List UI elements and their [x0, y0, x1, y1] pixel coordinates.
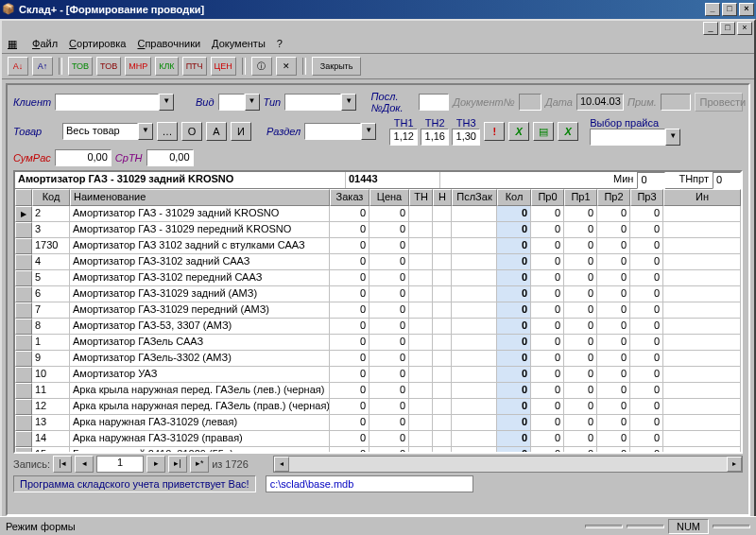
col-kod[interactable]: Код	[32, 189, 70, 206]
table-row[interactable]: 5Амортизатор ГАЗ-3102 передний СААЗ00000…	[15, 270, 741, 286]
table-row[interactable]: 14Арка наружная ГАЗ-31029 (правая)000000…	[15, 431, 741, 447]
record-navigator: Запись: |◂ ◂ 1 ▸ ▸| ▸* из 1726 ◂▸	[13, 456, 743, 473]
tov2-button[interactable]: ТОВ	[96, 57, 121, 76]
table-row[interactable]: 6Амортизатор ГАЗ-31029 задний (АМЗ)00000…	[15, 286, 741, 302]
razdel-combo[interactable]: ▼	[304, 123, 376, 140]
nav-label: Запись:	[13, 458, 50, 470]
table-row[interactable]: 3Амортизатор ГАЗ - 31029 передний KROSNO…	[15, 222, 741, 238]
posldok-field[interactable]	[419, 94, 449, 111]
col-pr3[interactable]: Пр3	[630, 189, 663, 206]
provesti-button[interactable]: Провести	[695, 93, 743, 112]
table-row[interactable]: 8Амортизатор ГАЗ-53, 3307 (АМЗ)0000000	[15, 319, 741, 335]
grid-selected-name: Амортизатор ГАЗ - 31029 задний KROSNO	[15, 172, 346, 188]
table-row[interactable]: 10Амортизатор УАЗ0000000	[15, 367, 741, 383]
tn3-label: ТН3	[452, 117, 480, 129]
minimize-button[interactable]: _	[705, 3, 720, 16]
excl-button[interactable]: !	[484, 122, 505, 141]
sumras-field[interactable]: 0,00	[55, 149, 112, 166]
vid-combo[interactable]: ▼	[218, 94, 260, 111]
table-row[interactable]: 1Амортизатор ГАЗель СААЗ0000000	[15, 335, 741, 351]
menu-file[interactable]: Файл	[32, 38, 58, 51]
mdi-maximize-button[interactable]: □	[720, 22, 735, 35]
col-kol[interactable]: Кол	[497, 189, 531, 206]
nav-next-button[interactable]: ▸	[146, 456, 165, 473]
chevron-down-icon[interactable]: ▼	[361, 123, 376, 140]
ptch-button[interactable]: ПТЧ	[182, 57, 207, 76]
date-label: Дата	[545, 96, 573, 108]
price-combo[interactable]: ▼	[590, 129, 680, 146]
grid-body[interactable]: 2Амортизатор ГАЗ - 31029 задний KROSNO00…	[15, 206, 741, 454]
menu-help[interactable]: ?	[277, 38, 283, 51]
col-pr0[interactable]: Пр0	[531, 189, 564, 206]
tnprt-field[interactable]: 0	[713, 172, 741, 189]
tov1-button[interactable]: ТОВ	[68, 57, 93, 76]
chevron-down-icon[interactable]: ▼	[245, 94, 260, 111]
client-combo[interactable]: ▼	[55, 94, 174, 111]
tn2-field[interactable]: 1,16	[421, 129, 449, 146]
menu-ref[interactable]: Справочники	[137, 38, 200, 51]
nav-first-button[interactable]: |◂	[53, 456, 72, 473]
menu-docs[interactable]: Документы	[212, 38, 266, 51]
table-row[interactable]: 9Амортизатор ГАЗель-3302 (АМЗ)0000000	[15, 351, 741, 367]
docno-field	[519, 94, 541, 111]
srtn-field[interactable]: 0,00	[146, 149, 194, 166]
close-form-button[interactable]: Закрыть	[312, 57, 362, 76]
info-button[interactable]: ⓘ	[251, 57, 272, 76]
table-row[interactable]: 7Амортизатор ГАЗ-31029 передний (АМЗ)000…	[15, 302, 741, 319]
min-field[interactable]: 0	[637, 172, 665, 189]
col-cena[interactable]: Цена	[369, 189, 409, 206]
table-row[interactable]: 11Арка крыла наружная перед. ГАЗель (лев…	[15, 383, 741, 399]
tovar-i-button[interactable]: И	[231, 122, 251, 141]
chevron-down-icon[interactable]: ▼	[138, 123, 153, 140]
sort-desc-button[interactable]: A↑	[32, 57, 53, 76]
titlebar: 📦 Склад+ - [Формирование проводки] _ □ ×	[0, 0, 756, 19]
tn2-label: ТН2	[421, 117, 449, 129]
col-pr1[interactable]: Пр1	[564, 189, 597, 206]
table-row[interactable]: 15Бак топливный 2410, 31029 (55л)0000000	[15, 447, 741, 454]
menu-sort[interactable]: Сортировка	[69, 38, 126, 51]
mnr-button[interactable]: МНР	[125, 57, 151, 76]
klk-button[interactable]: КЛК	[155, 57, 178, 76]
table-row[interactable]: 1730Амортизатор ГАЗ 3102 задний с втулка…	[15, 238, 741, 254]
chevron-down-icon[interactable]: ▼	[341, 94, 356, 111]
x-button[interactable]: ✕	[276, 57, 297, 76]
cen-button[interactable]: ЦЕН	[211, 57, 236, 76]
col-zakaz[interactable]: Заказ	[330, 189, 369, 206]
maximize-button[interactable]: □	[722, 3, 737, 16]
sheet-button[interactable]: ▤	[533, 122, 554, 141]
col-pslzak[interactable]: ПслЗак	[452, 189, 497, 206]
tovar-a-button[interactable]: А	[206, 122, 227, 141]
prim-label: Прим.	[627, 96, 657, 108]
tn1-field[interactable]: 1,12	[389, 129, 418, 146]
sort-asc-button[interactable]: A↓	[8, 57, 28, 76]
tip-combo[interactable]: ▼	[284, 94, 356, 111]
mdi-minimize-button[interactable]: _	[703, 22, 718, 35]
close-button[interactable]: ×	[739, 3, 754, 16]
nav-new-button[interactable]: ▸*	[190, 456, 209, 473]
h-scrollbar[interactable]: ◂▸	[273, 456, 743, 473]
col-tn[interactable]: ТН	[409, 189, 433, 206]
col-in[interactable]: Ин	[663, 189, 741, 206]
table-row[interactable]: 2Амортизатор ГАЗ - 31029 задний KROSNO00…	[15, 206, 741, 222]
excel2-button[interactable]: X	[558, 122, 578, 141]
tn3-field[interactable]: 1,30	[452, 129, 480, 146]
tovar-combo[interactable]: Весь товар▼	[62, 123, 153, 140]
scroll-right-icon[interactable]: ▸	[727, 457, 742, 472]
tn1-label: ТН1	[389, 117, 418, 129]
scroll-left-icon[interactable]: ◂	[274, 457, 289, 472]
table-row[interactable]: 12Арка крыла наружная перед. ГАЗель (пра…	[15, 399, 741, 415]
tovar-o-button[interactable]: О	[181, 122, 202, 141]
tovar-dots-button[interactable]: …	[157, 122, 178, 141]
col-name[interactable]: Наименование	[70, 189, 330, 206]
nav-last-button[interactable]: ▸|	[168, 456, 187, 473]
nav-current[interactable]: 1	[96, 456, 144, 473]
chevron-down-icon[interactable]: ▼	[665, 129, 680, 146]
col-n[interactable]: Н	[433, 189, 452, 206]
col-pr2[interactable]: Пр2	[597, 189, 630, 206]
nav-prev-button[interactable]: ◂	[75, 456, 94, 473]
table-row[interactable]: 13Арка наружная ГАЗ-31029 (левая)0000000	[15, 415, 741, 431]
chevron-down-icon[interactable]: ▼	[159, 94, 174, 111]
table-row[interactable]: 4Амортизатор ГАЗ-3102 задний СААЗ0000000	[15, 254, 741, 270]
mdi-close-button[interactable]: ×	[737, 22, 752, 35]
excel1-button[interactable]: X	[508, 122, 529, 141]
